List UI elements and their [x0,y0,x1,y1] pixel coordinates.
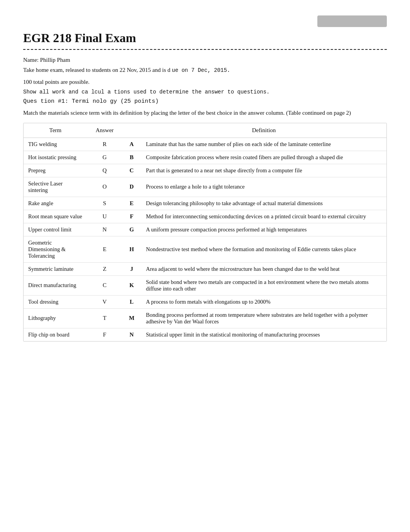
term-cell: Upper control limit [24,223,87,236]
table-body: TIG weldingRALaminate that has the same … [24,138,386,341]
term-cell: Root mean square value [24,210,87,223]
definition-cell: Nondestructive test method where the for… [141,236,386,262]
definition-cell: A uniform pressure compaction process pe… [141,223,386,236]
letter-cell: B [122,151,141,164]
letter-cell: A [122,138,141,151]
term-cell: Lithography [24,308,87,328]
table-row: TIG weldingRALaminate that has the same … [24,138,386,151]
answer-cell: Q [87,164,122,177]
definition-cell: Solid state bond where two metals are co… [141,275,386,295]
header-sep [122,123,141,138]
letter-cell: M [122,308,141,328]
letter-cell: J [122,262,141,275]
definition-cell: Design tolerancing philosophy to take ad… [141,197,386,210]
answer-cell: E [87,236,122,262]
matching-table: Term Answer Definition TIG weldingRALami… [24,123,386,341]
definition-cell: A process to form metals with elongation… [141,295,386,308]
letter-cell: D [122,177,141,197]
letter-cell: L [122,295,141,308]
show-work-line: Show all work and ca lcul a tions used t… [23,88,387,95]
header-top [23,15,387,27]
question-heading: Ques tion #1: Termi nolo gy (25 points) [23,98,387,105]
table-row: Symmetric laminateZJArea adjacent to wel… [24,262,386,275]
name-line: Name: Phillip Pham [23,55,387,65]
term-cell: Direct manufacturing [24,275,87,295]
term-cell: Flip chip on board [24,328,87,341]
term-cell: Rake angle [24,197,87,210]
letter-cell: H [122,236,141,262]
answer-cell: R [87,138,122,151]
exam-info-line: Take home exam, released to students on … [23,65,387,75]
answer-cell: S [87,197,122,210]
header-answer: Answer [87,123,122,138]
divider [23,49,387,50]
letter-cell: K [122,275,141,295]
match-intro: Match the materials science term with it… [23,109,387,117]
answer-cell: U [87,210,122,223]
table-row: Hot isostatic pressingGBComposite fabric… [24,151,386,164]
term-cell: Geometric Dimensioning & Tolerancing [24,236,87,262]
term-cell: Prepreg [24,164,87,177]
table-row: Direct manufacturingCKSolid state bond w… [24,275,386,295]
header-term: Term [24,123,87,138]
answer-cell: F [87,328,122,341]
matching-table-container: Term Answer Definition TIG weldingRALami… [23,123,387,342]
letter-cell: C [122,164,141,177]
table-row: Upper control limitNGA uniform pressure … [24,223,386,236]
table-header-row: Term Answer Definition [24,123,386,138]
definition-cell: Part that is generated to a near net sha… [141,164,386,177]
table-row: Selective Laser sinteringODProcess to en… [24,177,386,197]
page-title: EGR 218 Final Exam [23,31,387,45]
term-cell: Tool dressing [24,295,87,308]
term-cell: TIG welding [24,138,87,151]
definition-cell: Composite fabrication process where resi… [141,151,386,164]
answer-cell: T [87,308,122,328]
definition-cell: Laminate that has the same number of pli… [141,138,386,151]
answer-cell: G [87,151,122,164]
answer-cell: N [87,223,122,236]
answer-cell: C [87,275,122,295]
definition-cell: Statistical upper limit in the statistic… [141,328,386,341]
definition-cell: Process to enlarge a hole to a tight tol… [141,177,386,197]
header-definition: Definition [141,123,386,138]
points-line: 100 total points are possible. [23,79,387,85]
answer-cell: Z [87,262,122,275]
header-image [317,15,387,27]
table-row: Flip chip on boardFNStatistical upper li… [24,328,386,341]
letter-cell: F [122,210,141,223]
letter-cell: N [122,328,141,341]
meta-block: Name: Phillip Pham Take home exam, relea… [23,55,387,75]
table-row: Rake angleSEDesign tolerancing philosoph… [24,197,386,210]
table-row: Tool dressingVLA process to form metals … [24,295,386,308]
letter-cell: E [122,197,141,210]
term-cell: Symmetric laminate [24,262,87,275]
answer-cell: V [87,295,122,308]
term-cell: Selective Laser sintering [24,177,87,197]
letter-cell: G [122,223,141,236]
definition-cell: Area adjacent to weld where the microstr… [141,262,386,275]
table-row: Geometric Dimensioning & TolerancingEHNo… [24,236,386,262]
table-row: Root mean square valueUFMethod for inter… [24,210,386,223]
table-row: LithographyTMBonding process performed a… [24,308,386,328]
definition-cell: Bonding process performed at room temper… [141,308,386,328]
term-cell: Hot isostatic pressing [24,151,87,164]
definition-cell: Method for interconnecting semiconductin… [141,210,386,223]
answer-cell: O [87,177,122,197]
table-row: PrepregQCPart that is generated to a nea… [24,164,386,177]
